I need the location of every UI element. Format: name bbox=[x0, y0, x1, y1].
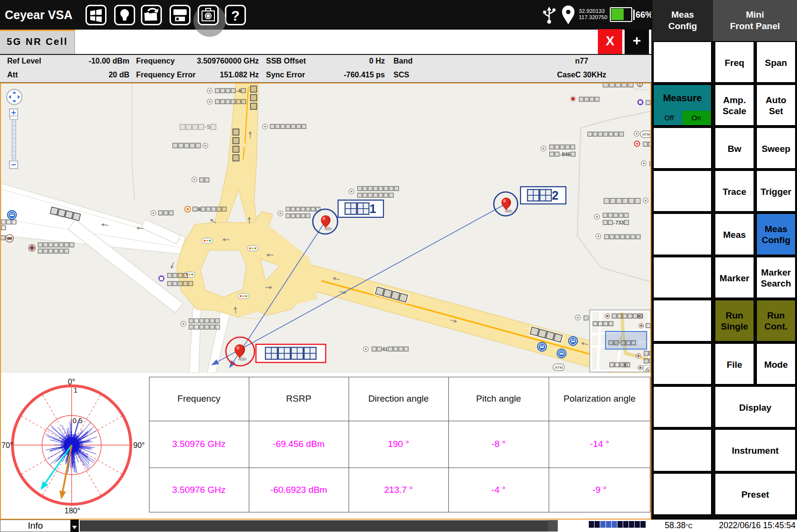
svg-text:ATM: ATM bbox=[555, 365, 563, 370]
svg-text:-: - bbox=[613, 220, 615, 225]
svg-text:0°: 0° bbox=[68, 378, 75, 386]
svg-text:ATM: ATM bbox=[642, 132, 650, 137]
svg-text:-: - bbox=[236, 88, 238, 94]
svg-text:90°: 90° bbox=[133, 441, 145, 449]
svg-text:1: 1 bbox=[74, 386, 77, 394]
svg-text:2: 2 bbox=[552, 189, 559, 202]
svg-text:·: · bbox=[619, 340, 621, 346]
svg-text:-: - bbox=[560, 151, 562, 157]
svg-text:-: - bbox=[204, 123, 206, 130]
svg-text:6: 6 bbox=[568, 151, 571, 157]
svg-text:1: 1 bbox=[385, 346, 388, 352]
svg-text:?: ? bbox=[231, 8, 240, 23]
svg-text:1: 1 bbox=[370, 202, 376, 215]
svg-text:180°: 180° bbox=[64, 507, 80, 515]
svg-text:70°: 70° bbox=[1, 441, 13, 449]
svg-text:5: 5 bbox=[207, 123, 210, 130]
svg-text:0.5: 0.5 bbox=[73, 416, 83, 425]
svg-text:8: 8 bbox=[198, 206, 201, 212]
svg-text:3: 3 bbox=[621, 220, 624, 225]
svg-text:4: 4 bbox=[238, 88, 241, 94]
